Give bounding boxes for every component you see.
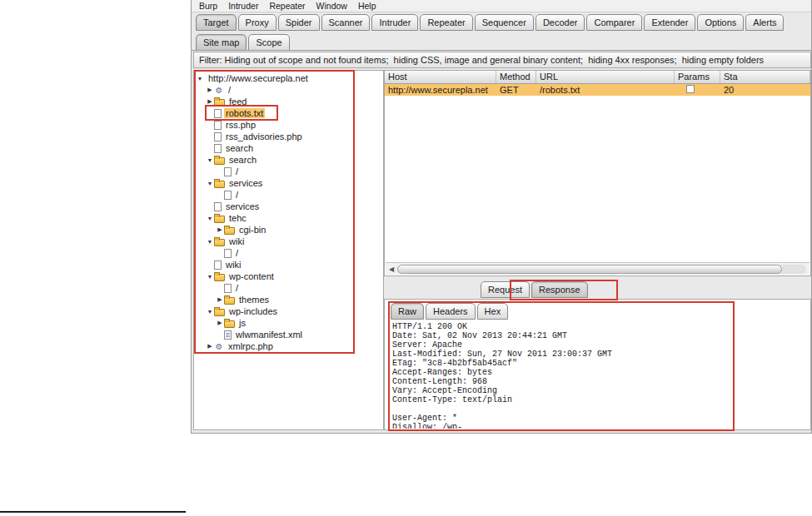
menu-repeater[interactable]: Repeater: [269, 1, 305, 11]
tree-item-tehc[interactable]: ▼tehc: [194, 212, 383, 224]
tab-sequencer[interactable]: Sequencer: [475, 14, 534, 31]
response-body[interactable]: HTTP/1.1 200 OK Date: Sat, 02 Nov 2013 2…: [392, 322, 807, 429]
filter-bar[interactable]: Filter: Hiding out of scope and not foun…: [193, 52, 811, 68]
tree-item-label: wiki: [227, 236, 246, 246]
viewtab-raw[interactable]: Raw: [391, 303, 424, 320]
expand-arrow-icon[interactable]: ▶: [206, 343, 214, 350]
message-tab-bar: RequestResponse: [481, 281, 590, 298]
folder-icon: [214, 309, 225, 316]
cell-host: http://www.securepla.net: [385, 85, 496, 95]
horizontal-scrollbar[interactable]: ◀: [386, 262, 810, 275]
site-map-panel: ▼http://www.securepla.net▶⚙/▶feedrobots.…: [193, 70, 384, 430]
tree-item-label: themes: [237, 295, 271, 305]
site-map-tree: ▼http://www.securepla.net▶⚙/▶feedrobots.…: [194, 72, 383, 352]
tree-item-services[interactable]: services: [194, 201, 383, 212]
collapse-arrow-icon[interactable]: ▼: [206, 157, 214, 163]
column-header-url[interactable]: URL: [536, 71, 675, 83]
tab-decoder[interactable]: Decoder: [536, 14, 585, 31]
tree-item-label: services: [224, 201, 261, 211]
subtab-site-map[interactable]: Site map: [196, 34, 247, 51]
subtab-scope[interactable]: Scope: [248, 34, 289, 51]
tree-item-root[interactable]: /: [194, 189, 383, 201]
tree-item-rss-php[interactable]: rss.php: [194, 119, 383, 131]
tree-item-root[interactable]: /: [194, 247, 383, 259]
folder-icon: [214, 99, 225, 107]
expand-arrow-icon[interactable]: ▶: [216, 226, 224, 233]
tree-item-wiki[interactable]: wiki: [194, 259, 383, 270]
gear-icon: ⚙: [214, 85, 224, 96]
expand-arrow-icon[interactable]: ▶: [206, 87, 214, 93]
tree-item-root[interactable]: /: [194, 282, 383, 294]
view-tab-bar: RawHeadersHex: [391, 303, 510, 320]
collapse-arrow-icon[interactable]: ▼: [206, 274, 214, 280]
menu-help[interactable]: Help: [358, 1, 376, 11]
tree-item-root[interactable]: ▶⚙/: [194, 84, 383, 96]
tree-item-http-www-securepla-net[interactable]: ▼http://www.securepla.net: [194, 72, 383, 84]
tree-item-root[interactable]: /: [194, 166, 383, 177]
column-header-sta[interactable]: Sta: [720, 71, 810, 83]
expand-arrow-icon[interactable]: ▶: [216, 320, 224, 326]
tab-target[interactable]: Target: [196, 14, 237, 31]
tree-item-label: search: [224, 143, 255, 153]
tree-item-feed[interactable]: ▶feed: [194, 96, 383, 107]
tree-item-label: wiki: [224, 260, 242, 270]
scrollbar-thumb[interactable]: [397, 265, 782, 274]
tab-options[interactable]: Options: [697, 14, 744, 31]
tree-item-robots-txt[interactable]: robots.txt: [194, 107, 383, 119]
viewtab-headers[interactable]: Headers: [426, 303, 476, 320]
tab-scanner[interactable]: Scanner: [321, 14, 371, 31]
results-table-panel: HostMethodURLParamsSta http://www.secure…: [384, 70, 811, 276]
tab-intruder[interactable]: Intruder: [371, 14, 418, 31]
tree-item-search[interactable]: search: [194, 142, 383, 154]
tab-spider[interactable]: Spider: [278, 14, 320, 31]
tree-item-label: services: [227, 178, 264, 188]
tree-item-search[interactable]: ▼search: [194, 154, 383, 166]
viewtab-hex[interactable]: Hex: [477, 303, 509, 320]
folder-icon: [214, 274, 225, 281]
scroll-left-icon[interactable]: ◀: [386, 265, 397, 273]
collapse-arrow-icon[interactable]: ▼: [196, 76, 204, 82]
tab-comparer[interactable]: Comparer: [586, 14, 642, 31]
tree-item-themes[interactable]: ▶themes: [194, 294, 383, 305]
tree-item-wp-includes[interactable]: ▼wp-includes: [194, 305, 383, 317]
column-header-host[interactable]: Host: [385, 71, 496, 83]
tree-item-label: rss.php: [224, 120, 257, 130]
column-header-params[interactable]: Params: [675, 71, 720, 83]
expand-arrow-icon[interactable]: ▶: [216, 296, 224, 303]
collapse-arrow-icon[interactable]: ▼: [206, 239, 214, 245]
folder-icon: [214, 216, 225, 223]
tree-item-rss-advisories-php[interactable]: rss_advisories.php: [194, 131, 383, 142]
msgtab-response[interactable]: Response: [531, 281, 588, 298]
table-body: http://www.securepla.netGET/robots.txt20: [385, 84, 810, 96]
file-icon: [224, 284, 232, 293]
msgtab-request[interactable]: Request: [481, 281, 530, 298]
expand-arrow-icon[interactable]: ▶: [206, 98, 214, 105]
menu-burp[interactable]: Burp: [199, 1, 217, 11]
column-header-method[interactable]: Method: [496, 71, 536, 83]
collapse-arrow-icon[interactable]: ▼: [206, 216, 214, 221]
tree-item-wp-content[interactable]: ▼wp-content: [194, 270, 383, 282]
collapse-arrow-icon[interactable]: ▼: [206, 309, 214, 315]
folder-icon: [224, 297, 235, 305]
tab-proxy[interactable]: Proxy: [238, 14, 276, 31]
table-row[interactable]: http://www.securepla.netGET/robots.txt20: [385, 84, 810, 96]
tree-item-label: robots.txt: [224, 108, 265, 118]
tree-item-label: tehc: [227, 213, 248, 223]
tree-item-cgi-bin[interactable]: ▶cgi-bin: [194, 224, 383, 236]
tab-repeater[interactable]: Repeater: [420, 14, 472, 31]
tree-item-wiki[interactable]: ▼wiki: [194, 236, 383, 247]
tab-alerts[interactable]: Alerts: [745, 14, 784, 31]
tree-item-wlwmanifest-xml[interactable]: wlwmanifest.xml: [194, 329, 383, 340]
scrollbar-track[interactable]: [397, 265, 806, 274]
collapse-arrow-icon[interactable]: ▼: [206, 181, 214, 186]
tab-extender[interactable]: Extender: [644, 14, 695, 31]
tree-item-xmlrpc-php[interactable]: ▶⚙xmlrpc.php: [194, 340, 383, 352]
tree-item-label: /: [234, 248, 240, 258]
menu-intruder[interactable]: Intruder: [228, 1, 258, 11]
tree-item-services[interactable]: ▼services: [194, 177, 383, 189]
tree-item-js[interactable]: ▶js: [194, 317, 383, 329]
file-icon: [214, 202, 222, 211]
folder-icon: [224, 227, 235, 235]
menu-window[interactable]: Window: [316, 1, 347, 11]
folder-icon: [214, 239, 225, 246]
